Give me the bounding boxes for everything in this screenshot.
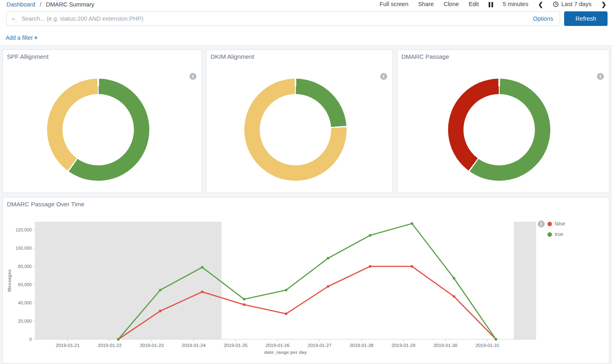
svg-text:2019-01-22: 2019-01-22 [98, 343, 122, 348]
options-link[interactable]: Options [533, 15, 553, 22]
legend-row-false: ❯ false [538, 218, 565, 229]
breadcrumb: Dashboard / DMARC Summary [6, 1, 94, 8]
search-bar: >_ Options [6, 11, 560, 26]
menu-full-screen[interactable]: Full screen [379, 1, 408, 7]
svg-text:2019-01-25: 2019-01-25 [224, 343, 248, 348]
terminal-prompt-icon: >_ [12, 16, 17, 22]
legend-collapse-icon[interactable]: ❮ [597, 73, 604, 80]
time-forward-chevron-icon[interactable]: ❯ [601, 1, 606, 7]
time-range-picker[interactable]: Last 7 days [553, 1, 591, 7]
legend-item-true[interactable]: true [555, 231, 563, 237]
add-filter-label: Add a filter [6, 34, 33, 41]
dmarc-over-time-line-chart[interactable]: 020,00040,00060,00080,000100,000120,0002… [3, 197, 609, 363]
refresh-button[interactable]: Refresh [564, 11, 608, 26]
breadcrumb-current-page: DMARC Summary [46, 1, 94, 8]
plus-icon: + [34, 34, 38, 41]
panel-title-spf: SPF Allignment [7, 53, 49, 60]
legend-row-true: true [547, 229, 565, 240]
panel-dkim-alignment: DKIM Alignment ❮ [206, 49, 393, 193]
menu-edit[interactable]: Edit [469, 1, 479, 7]
dkim-donut-chart[interactable] [244, 79, 347, 181]
svg-text:date_range per day: date_range per day [264, 350, 307, 355]
panel-spf-alignment: SPF Allignment ❮ [2, 49, 202, 193]
svg-text:60,000: 60,000 [18, 282, 32, 287]
svg-text:2019-01-30: 2019-01-30 [433, 343, 457, 348]
clock-icon [553, 1, 559, 7]
legend-item-false[interactable]: false [555, 221, 565, 227]
time-back-chevron-icon[interactable]: ❮ [538, 1, 543, 7]
panel-title-dkim: DKIM Alignment [211, 53, 254, 60]
svg-text:20,000: 20,000 [18, 319, 32, 323]
svg-text:2019-01-26: 2019-01-26 [266, 343, 290, 348]
kibana-dashboard: Dashboard / DMARC Summary Full screen Sh… [0, 0, 612, 364]
legend-dot-false [547, 222, 552, 226]
legend-collapse-icon[interactable]: ❮ [190, 73, 196, 80]
svg-text:Messages: Messages [7, 270, 12, 292]
header: Dashboard / DMARC Summary Full screen Sh… [0, 0, 612, 46]
svg-text:2019-01-27: 2019-01-27 [308, 343, 332, 348]
pause-icon[interactable] [489, 1, 493, 7]
legend-collapse-icon[interactable]: ❮ [380, 73, 387, 80]
svg-text:0: 0 [29, 337, 32, 342]
panel-dmarc-over-time: DMARC Passage Over Time 020,00040,00060,… [2, 197, 610, 364]
breadcrumb-separator: / [40, 1, 41, 8]
svg-text:120,000: 120,000 [15, 227, 32, 232]
svg-text:80,000: 80,000 [18, 264, 32, 269]
breadcrumb-dashboard-link[interactable]: Dashboard [6, 1, 35, 8]
legend-expand-icon[interactable]: ❯ [538, 221, 545, 227]
svg-text:2019-01-28: 2019-01-28 [349, 343, 373, 348]
svg-text:40,000: 40,000 [18, 300, 32, 305]
panel-title-dmarc: DMARC Passage [401, 53, 449, 60]
menu-share[interactable]: Share [418, 1, 434, 7]
chart-legend: ❯ false true [538, 218, 565, 240]
svg-text:2019-01-31: 2019-01-31 [476, 343, 500, 348]
svg-text:100,000: 100,000 [15, 246, 32, 251]
menu-clone[interactable]: Clone [444, 1, 459, 7]
dmarc-donut-chart[interactable] [448, 79, 550, 181]
svg-text:2019-01-21: 2019-01-21 [56, 343, 80, 348]
panel-dmarc-passage: DMARC Passage ❮ [397, 49, 610, 193]
add-filter-link[interactable]: Add a filter+ [6, 34, 38, 41]
dashboard-grid: SPF Allignment ❮ DKIM Alignment ❮ DMARC … [0, 46, 612, 364]
svg-text:2019-01-29: 2019-01-29 [392, 343, 416, 348]
legend-dot-true [547, 232, 552, 237]
spf-donut-chart[interactable] [47, 79, 149, 181]
dashboard-top-menu: Full screen Share Clone Edit 5 minutes ❮… [379, 1, 606, 7]
svg-text:2019-01-24: 2019-01-24 [182, 343, 206, 348]
svg-text:2019-01-23: 2019-01-23 [140, 343, 164, 348]
search-input[interactable] [22, 15, 533, 22]
refresh-interval-picker[interactable]: 5 minutes [503, 1, 528, 7]
time-range-label: Last 7 days [561, 1, 591, 7]
filter-bar: Add a filter+ [6, 34, 38, 41]
